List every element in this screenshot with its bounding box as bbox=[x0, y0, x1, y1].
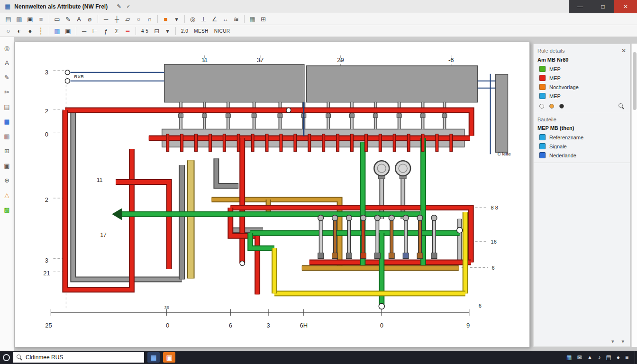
tray-mail-icon[interactable]: ✉ bbox=[577, 354, 582, 361]
annotation[interactable]: 37 bbox=[257, 56, 264, 64]
dimension-label[interactable]: 0 bbox=[380, 322, 383, 329]
polyline-tool-icon[interactable]: ┼ bbox=[112, 14, 122, 24]
divider-tool-icon[interactable]: ┆ bbox=[36, 26, 46, 36]
pencil-icon[interactable]: ✎ bbox=[2, 73, 12, 82]
pipe-outline[interactable] bbox=[116, 182, 169, 269]
tray-photos-icon[interactable]: ▦ bbox=[566, 354, 572, 361]
gauge[interactable] bbox=[374, 161, 389, 176]
valve-cap[interactable] bbox=[346, 215, 352, 221]
start-button[interactable] bbox=[3, 354, 10, 361]
save-icon[interactable]: ▣ bbox=[25, 14, 35, 24]
layers-icon[interactable]: ▩ bbox=[2, 205, 12, 214]
pipe-coupling[interactable] bbox=[397, 114, 401, 118]
valve-nut[interactable] bbox=[346, 253, 352, 259]
fitting[interactable] bbox=[65, 79, 70, 83]
annotation[interactable]: -6 bbox=[448, 56, 454, 64]
annotation[interactable]: 8 8 bbox=[491, 205, 498, 210]
select-tool-icon[interactable]: ▭ bbox=[52, 14, 62, 24]
annotation[interactable]: 29 bbox=[337, 56, 344, 64]
print-icon[interactable]: ≡ bbox=[36, 14, 46, 24]
valve-cap[interactable] bbox=[403, 215, 409, 221]
taskbar-app-orange[interactable]: ▣ bbox=[163, 352, 175, 363]
maximize-button[interactable]: □ bbox=[592, 0, 614, 13]
table-icon[interactable]: ▥ bbox=[2, 132, 12, 140]
pipe-coupling[interactable] bbox=[349, 114, 354, 118]
annotation[interactable]: 2 bbox=[45, 196, 48, 203]
red-line-style-icon[interactable]: ━ bbox=[123, 26, 133, 36]
search-icon[interactable] bbox=[619, 103, 624, 109]
pipe[interactable] bbox=[116, 182, 169, 269]
annotation[interactable]: 21 bbox=[43, 270, 50, 277]
panel-list-item[interactable]: Nochvorlage bbox=[534, 82, 630, 91]
minimize-button[interactable]: — bbox=[569, 0, 592, 13]
sheet-icon[interactable]: ▤ bbox=[2, 102, 12, 111]
text-icon[interactable]: A bbox=[2, 58, 12, 67]
tray-menu-icon[interactable]: ≡ bbox=[625, 354, 628, 361]
frame-icon[interactable]: ▣ bbox=[2, 161, 12, 170]
scrollbar-thumb[interactable] bbox=[633, 52, 637, 110]
zoom-tool-icon[interactable]: ◎ bbox=[188, 14, 198, 24]
frame-tool-icon[interactable]: ▣ bbox=[63, 26, 73, 36]
annotation[interactable]: 6 bbox=[479, 303, 482, 309]
panel-list-item[interactable]: Referenzname bbox=[534, 133, 630, 142]
valve-nut[interactable] bbox=[389, 253, 394, 259]
annotation[interactable]: RXR bbox=[74, 74, 84, 79]
taskbar-search[interactable]: Cldinmee RUS bbox=[13, 352, 144, 363]
valve-nut[interactable] bbox=[360, 253, 366, 259]
panel-list-item[interactable]: MEP bbox=[534, 64, 630, 73]
dropdown-icon[interactable]: ▾ bbox=[163, 26, 173, 36]
taskbar-app-blue[interactable]: ▦ bbox=[147, 352, 160, 363]
panel-close-icon[interactable]: ✕ bbox=[621, 47, 626, 54]
annotation[interactable]: 16 bbox=[491, 239, 497, 245]
valve-cap[interactable] bbox=[332, 215, 338, 221]
circle-tool-icon[interactable]: ○ bbox=[134, 14, 144, 24]
valve-cap[interactable] bbox=[417, 215, 423, 221]
nicur-mode-button[interactable]: NICUR bbox=[212, 26, 233, 36]
pipe-outline[interactable] bbox=[216, 158, 238, 186]
perpendicular-snap-icon[interactable]: ⊥ bbox=[199, 14, 209, 24]
annotation[interactable]: 2 bbox=[45, 108, 48, 115]
valve-nut[interactable] bbox=[318, 253, 324, 259]
pipe-coupling[interactable] bbox=[179, 114, 183, 118]
panel-scrollbar[interactable] bbox=[631, 44, 637, 347]
valve-nut[interactable] bbox=[417, 253, 423, 259]
mesh-mode-button[interactable]: MESH bbox=[191, 26, 211, 36]
linear-dim-icon[interactable]: ↔ bbox=[220, 14, 230, 24]
valve-nut[interactable] bbox=[431, 253, 437, 259]
panel-list-item[interactable]: Nederlande bbox=[534, 151, 630, 160]
cut-icon[interactable]: ✂ bbox=[2, 88, 12, 96]
thin-line-icon[interactable]: ─ bbox=[79, 26, 89, 36]
panel-list-item[interactable]: Signale bbox=[534, 142, 630, 151]
gauge[interactable] bbox=[395, 161, 410, 176]
rotate-tool-icon[interactable]: ◐ bbox=[14, 26, 24, 36]
angle-dim-icon[interactable]: ∠ bbox=[209, 14, 219, 24]
valve-nut[interactable] bbox=[374, 253, 380, 259]
panel-toggle-icon[interactable]: ▦ bbox=[52, 26, 62, 36]
valve-nut[interactable] bbox=[403, 253, 409, 259]
scale-small-value[interactable]: 4 5 bbox=[139, 26, 151, 36]
color-dropdown-icon[interactable]: ▾ bbox=[172, 14, 182, 24]
panel-footer-button[interactable]: ▾ bbox=[621, 338, 624, 345]
confirm-icon[interactable]: ✓ bbox=[124, 2, 133, 11]
pipe-coupling[interactable] bbox=[278, 114, 282, 118]
tray-network-icon[interactable]: ▤ bbox=[606, 354, 611, 361]
valve-nut[interactable] bbox=[332, 253, 338, 259]
dimension-label[interactable]: 6H bbox=[300, 322, 308, 329]
equipment-block[interactable] bbox=[496, 74, 508, 152]
pipe-coupling[interactable] bbox=[226, 114, 230, 118]
hatch-tool-icon[interactable]: ≋ bbox=[231, 14, 241, 24]
dimension-label[interactable]: 3 bbox=[266, 322, 270, 329]
point-tool-icon[interactable]: ○ bbox=[3, 26, 13, 36]
pipe-coupling[interactable] bbox=[326, 114, 331, 118]
annotation[interactable]: 17 bbox=[100, 232, 107, 238]
fitting[interactable] bbox=[240, 261, 245, 266]
pipe-coupling[interactable] bbox=[202, 114, 207, 118]
zoom-level-value[interactable]: 2.0 bbox=[179, 26, 191, 36]
function-icon[interactable]: ƒ bbox=[101, 26, 111, 36]
add-icon[interactable]: ⊕ bbox=[2, 176, 12, 184]
panel-footer-button[interactable]: ▾ bbox=[611, 338, 614, 345]
active-view-icon[interactable]: ▦ bbox=[2, 117, 12, 126]
sum-icon[interactable]: Σ bbox=[112, 26, 122, 36]
color-circle-icon[interactable] bbox=[549, 104, 554, 109]
dimension-label[interactable]: 6 bbox=[229, 322, 232, 329]
